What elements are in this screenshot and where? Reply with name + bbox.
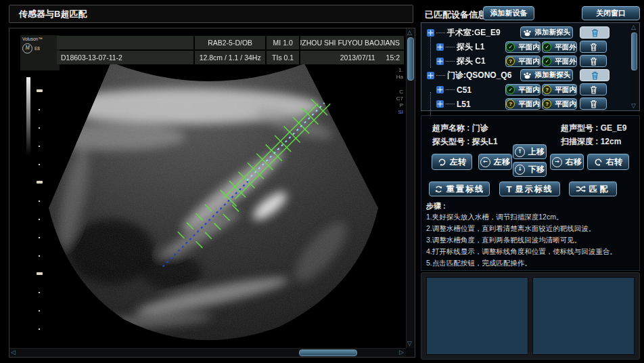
trash-icon [590,57,597,66]
add-probe-button[interactable]: 添加新探头 [520,69,573,81]
delete-probe-button[interactable] [580,98,607,110]
question-icon: ? [543,100,551,108]
vertical-scrollbar[interactable]: △ ▽ [406,28,415,348]
probe-model-cell: RAB2-5-D/OB [195,36,265,49]
tree-branch-line [446,61,455,62]
tree-node-icon[interactable] [436,100,444,108]
add-device-button[interactable]: 添加新设备 [483,6,534,20]
probe-model-field: 探头型号 : 探头L1 [432,136,498,148]
match-button[interactable]: 匹配 [569,182,617,196]
delete-probe-button[interactable] [580,55,607,67]
tree-row-device: 手术室:GE_E9 添加新探头 [421,26,630,40]
arrow-down-icon: ↓ [515,165,525,175]
probe-name: 探头 C1 [457,56,486,67]
date-label: 2013/07/11 [340,54,375,62]
tree-node-icon[interactable] [436,58,444,65]
check-icon: ✓ [506,43,515,51]
tree-scroll-thumb[interactable] [631,33,637,70]
crosshair-icon: T [507,184,512,194]
move-right-button[interactable]: → 右移 [550,154,584,170]
brand-label: Voluson™ [22,37,58,41]
device-name: 门诊:QSONO_Q6 [447,70,511,81]
rotate-right-button[interactable]: 右转 [587,154,629,170]
tree-branch-line [446,89,455,90]
ultrasound-panel: Voluson™ M E8 RAB2-5-D/OB MI 1.0 SUZHOU … [9,28,415,358]
scroll-down-icon[interactable]: ▽ [631,103,636,109]
hand-icon [523,29,532,37]
tree-node-icon[interactable] [427,29,434,37]
delete-device-button[interactable] [580,69,610,81]
steps-list: 1.夹好探头放入水槽，调节扫描深度12cm。 2.调整水槽位置，直到看清楚离水面… [426,211,635,269]
tree-row-probe: L51 ? 平面内 ? 平面内 [421,97,630,111]
tree-row-probe: 探头 L1 ✓ 平面内 ✓ 平面外 [421,40,630,54]
show-line-button[interactable]: T 显示标线 [499,182,560,196]
add-probe-button[interactable]: 添加新探头 [520,26,573,39]
ultrasound-name-field: 超声名称 : 门诊 [432,123,488,134]
delete-probe-button[interactable] [580,41,607,53]
step-item: 2.调整水槽位置，直到看清楚离水面较近的靶线回波。 [426,223,635,234]
move-down-button[interactable]: ↓ 下移 [513,162,547,177]
step-item: 4.打开标线显示，调整标线角度和位置，使标线与回波重合。 [426,246,635,257]
check-icon: ✓ [543,43,551,51]
step-item: 1.夹好探头放入水槽，调节扫描深度12cm。 [426,211,635,223]
tree-node-icon[interactable] [436,86,444,93]
scan-side-labels: 1. Ha C C7 P SI [396,67,403,115]
plane-in-button[interactable]: ✓ 平面内 [505,84,540,95]
scroll-up-icon[interactable]: △ [407,30,412,36]
tree-branch-line [436,75,445,76]
time-label: 15:2 [386,54,400,62]
trash-icon [591,71,599,80]
scan-depth-field: 扫描深度 : 12cm [561,136,621,148]
trash-icon [590,43,597,51]
scroll-down-icon[interactable]: ▽ [407,341,412,347]
vertical-scroll-thumb[interactable] [407,37,414,81]
match-control-panel: 超声名称 : 门诊 超声型号 : GE_E9 探头型号 : 探头L1 扫描深度 … [421,115,640,271]
horizontal-scroll-thumb[interactable] [299,349,357,356]
close-window-button[interactable]: 关闭窗口 [582,6,640,20]
tree-node-icon[interactable] [436,43,444,51]
brand-model: E8 [34,46,40,51]
datetime-cell: 2013/07/11 15:2 [300,51,404,64]
exam-id-cell: D18603-13-07-11-2 [57,51,193,64]
plane-out-button[interactable]: ✓ 平面外 [542,41,577,53]
arrow-left-icon: ← [480,157,490,167]
tree-node-icon[interactable] [427,72,434,79]
plane-in-button[interactable]: ? 平面内 [505,56,540,67]
side-label: C [399,89,403,95]
plane-in-button[interactable]: ? 平面内 [542,98,577,110]
tree-branch-line [446,47,455,47]
preview-panel [421,272,640,360]
plane-in-button[interactable]: ? 平面内 [505,98,540,110]
question-icon: ? [506,57,515,66]
rotate-right-icon [594,158,603,167]
move-up-button[interactable]: ↑ 上移 [513,144,547,159]
plane-in-button[interactable]: ✓ 平面内 [505,41,540,53]
preview-box-right [532,277,635,355]
brand-m-icon: M [22,43,32,54]
horizontal-scrollbar[interactable]: ◁ ▷ [9,348,406,357]
preview-box-left [426,277,528,355]
shuffle-icon [576,185,586,193]
scroll-up-icon[interactable]: △ [631,24,636,30]
check-icon: ✓ [543,57,551,66]
rotate-left-button[interactable]: 左转 [432,154,472,170]
tree-scrollbar[interactable]: △ ▽ [630,24,638,109]
delete-probe-button[interactable] [580,83,607,95]
step-item: 3.调整水槽角度，直到两条靶线回波均清晰可见。 [426,234,635,246]
hand-icon [523,72,532,79]
move-left-button[interactable]: ← 左移 [478,154,512,170]
reset-line-button[interactable]: 重置标线 [429,182,490,196]
plane-out-button[interactable]: ✓ 平面外 [542,56,577,67]
scroll-left-icon[interactable]: ◁ [11,349,16,356]
hospital-cell: SUZHOU SHI FUYOU BAOJIANS [300,36,404,49]
page-title: 传感器与B超匹配 [19,8,87,20]
tree-branch-line [446,104,455,104]
device-panel-title: 已匹配设备信息 : [425,9,492,21]
window-title-bar: 传感器与B超匹配 [9,5,413,23]
delete-device-button[interactable] [580,26,610,39]
reset-icon [434,185,443,194]
scroll-right-icon[interactable]: ▷ [399,349,404,356]
plane-in-button[interactable]: ? 平面内 [542,84,577,95]
arrow-up-icon: ↑ [515,147,525,157]
scan-info-header: RAB2-5-D/OB MI 1.0 SUZHOU SHI FUYOU BAOJ… [57,36,404,64]
